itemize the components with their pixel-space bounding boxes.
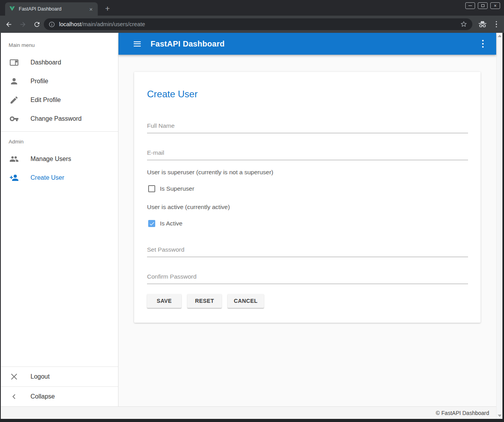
full-name-input[interactable]	[147, 122, 468, 133]
url-host: localhost	[59, 21, 81, 27]
page: Main menu Dashboard Profile Edit Profile	[1, 33, 502, 419]
confirm-password-input[interactable]	[147, 273, 468, 284]
vue-favicon-icon	[9, 6, 15, 12]
sidebar-item-edit-profile[interactable]: Edit Profile	[1, 91, 118, 109]
pencil-icon	[9, 95, 19, 105]
sidebar-item-label: Collapse	[30, 393, 55, 400]
browser-tab[interactable]: FastAPI Dashboard ×	[5, 2, 98, 16]
close-x-icon	[9, 372, 19, 381]
sidebar-section-header: Admin	[1, 132, 118, 150]
checkbox-checked-icon[interactable]	[148, 220, 155, 227]
tab-close-icon[interactable]: ×	[88, 6, 94, 12]
people-icon	[9, 154, 19, 164]
tab-title: FastAPI Dashboard	[19, 6, 88, 12]
maximize-button[interactable]	[478, 2, 488, 9]
footer-copyright: © FastAPI Dashboard	[436, 410, 489, 416]
scroll-down-icon[interactable]	[498, 415, 502, 417]
checkbox-unchecked-icon[interactable]	[148, 185, 155, 192]
site-info-icon[interactable]	[48, 21, 55, 28]
is-superuser-checkbox-row[interactable]: Is Superuser	[148, 185, 468, 192]
scroll-up-icon[interactable]	[498, 35, 502, 37]
dashboard-icon	[9, 58, 19, 67]
person-icon	[9, 77, 19, 86]
browser-toolbar: localhost/main/admin/users/create	[0, 16, 504, 33]
sidebar-item-change-password[interactable]: Change Password	[1, 109, 118, 128]
form-buttons: SAVE RESET CANCEL	[147, 294, 468, 308]
browser-menu-icon[interactable]	[493, 21, 500, 28]
app-bar-menu-icon[interactable]	[479, 37, 487, 51]
key-icon	[9, 114, 19, 123]
person-add-icon	[9, 173, 19, 182]
sidebar-section-header: Main menu	[1, 33, 118, 53]
sidebar-item-label: Dashboard	[30, 59, 61, 66]
superuser-caption: User is superuser (currently is not a su…	[147, 169, 468, 176]
scrollbar[interactable]	[496, 33, 502, 419]
address-bar[interactable]: localhost/main/admin/users/create	[44, 18, 472, 30]
url-path: /main/admin/users/create	[81, 21, 145, 27]
footer: © FastAPI Dashboard	[1, 406, 496, 419]
chevron-left-icon	[9, 392, 19, 401]
sidebar-item-dashboard[interactable]: Dashboard	[1, 53, 118, 72]
sidebar-item-label: Create User	[30, 174, 64, 181]
sidebar-bottom: Logout Collapse	[1, 367, 118, 406]
app-bar-title: FastAPI Dashboard	[151, 39, 225, 48]
new-tab-button[interactable]: +	[102, 4, 113, 14]
full-name-field[interactable]	[147, 122, 468, 133]
email-field[interactable]	[147, 149, 468, 160]
back-icon[interactable]	[3, 19, 14, 30]
sidebar-item-label: Edit Profile	[30, 97, 61, 104]
save-button[interactable]: SAVE	[147, 294, 181, 308]
sidebar-item-label: Change Password	[30, 115, 82, 122]
hamburger-menu-icon[interactable]	[129, 35, 146, 52]
sidebar-item-label: Manage Users	[30, 156, 71, 163]
tab-strip: FastAPI Dashboard × + ×	[0, 0, 504, 16]
forward-icon[interactable]	[17, 19, 28, 30]
create-user-card: Create User User is superuser (currently…	[134, 72, 481, 323]
toolbar-right	[478, 16, 500, 33]
sidebar-item-collapse[interactable]: Collapse	[1, 386, 118, 406]
sidebar: Main menu Dashboard Profile Edit Profile	[1, 33, 118, 406]
reset-button[interactable]: RESET	[187, 294, 222, 308]
set-password-input[interactable]	[147, 246, 468, 257]
set-password-field[interactable]	[147, 246, 468, 257]
active-caption: User is active (currently active)	[147, 204, 468, 211]
browser-window: FastAPI Dashboard × + × localhost/main/a…	[0, 0, 504, 422]
sidebar-item-label: Logout	[30, 373, 50, 380]
cancel-button[interactable]: CANCEL	[228, 294, 264, 308]
checkbox-label: Is Superuser	[160, 185, 194, 192]
minimize-button[interactable]	[465, 2, 475, 9]
sidebar-item-manage-users[interactable]: Manage Users	[1, 150, 118, 168]
main-area: FastAPI Dashboard Create User User is su…	[118, 33, 496, 419]
email-input[interactable]	[147, 149, 468, 160]
sidebar-item-logout[interactable]: Logout	[1, 367, 118, 386]
is-active-checkbox-row[interactable]: Is Active	[148, 220, 468, 227]
app-bar: FastAPI Dashboard	[118, 33, 496, 55]
reload-icon[interactable]	[31, 19, 42, 30]
sidebar-item-create-user[interactable]: Create User	[1, 168, 118, 187]
sidebar-item-label: Profile	[30, 78, 48, 85]
page-title: Create User	[147, 72, 468, 100]
bookmark-star-icon[interactable]	[460, 20, 468, 28]
window-close-button[interactable]: ×	[490, 2, 500, 9]
incognito-icon	[478, 20, 487, 28]
sidebar-item-profile[interactable]: Profile	[1, 72, 118, 91]
confirm-password-field[interactable]	[147, 273, 468, 284]
window-controls: ×	[465, 2, 500, 9]
content-area: Create User User is superuser (currently…	[118, 55, 496, 406]
checkbox-label: Is Active	[160, 220, 183, 227]
